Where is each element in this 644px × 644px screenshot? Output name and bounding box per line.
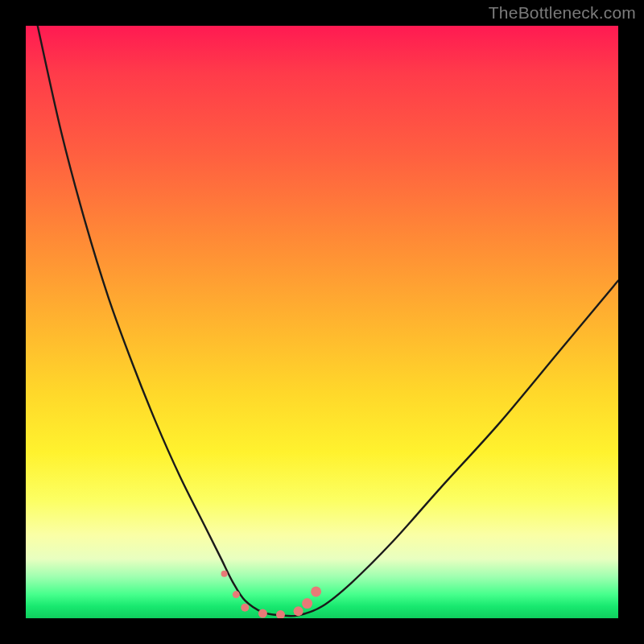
marker-dot (233, 591, 240, 598)
curve-layer (26, 26, 618, 618)
bottleneck-curve (38, 26, 618, 616)
optimal-range-markers (221, 571, 322, 618)
marker-dot (241, 604, 249, 612)
marker-dot (258, 609, 267, 618)
marker-dot (294, 606, 303, 616)
chart-frame: TheBottleneck.com (0, 0, 644, 644)
marker-dot (221, 571, 228, 577)
plot-area (26, 26, 618, 618)
marker-dot (302, 598, 312, 609)
marker-dot (311, 586, 321, 597)
watermark-text: TheBottleneck.com (489, 3, 636, 23)
marker-dot (276, 610, 285, 618)
